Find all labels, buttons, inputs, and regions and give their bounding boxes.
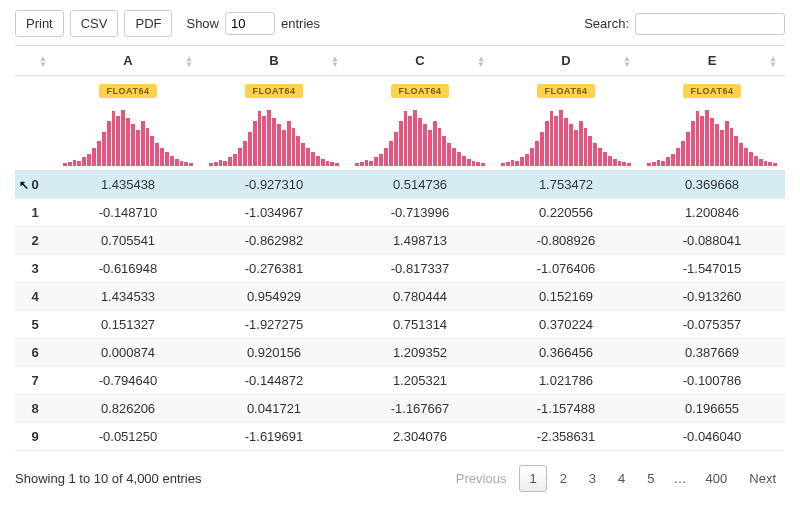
- cell: -0.148710: [55, 199, 201, 227]
- cell: -1.157488: [493, 395, 639, 423]
- dtype-row: FLOAT64 FLOAT64 FLOAT64 FLOAT64 FLOAT64: [15, 76, 785, 105]
- cell: 1.435438: [55, 171, 201, 199]
- table-row[interactable]: 0↖1.435438-0.9273100.5147361.7534720.369…: [15, 171, 785, 199]
- cell: 0.705541: [55, 227, 201, 255]
- column-header-A[interactable]: A ▲▼: [55, 46, 201, 76]
- row-index: 0↖: [15, 171, 55, 199]
- cell: 0.370224: [493, 311, 639, 339]
- cell: -1.927275: [201, 311, 347, 339]
- dtype-badge: FLOAT64: [391, 84, 450, 98]
- page-5[interactable]: 5: [638, 466, 663, 491]
- column-header-B[interactable]: B ▲▼: [201, 46, 347, 76]
- cell: 1.021786: [493, 367, 639, 395]
- dtype-badge: FLOAT64: [245, 84, 304, 98]
- cell: -1.034967: [201, 199, 347, 227]
- cell: 1.498713: [347, 227, 493, 255]
- table-row[interactable]: 20.705541-0.8629821.498713-0.808926-0.08…: [15, 227, 785, 255]
- column-label: C: [415, 53, 424, 68]
- histogram-E: [647, 110, 777, 166]
- table-row[interactable]: 60.0008740.9201561.2093520.3664560.38766…: [15, 339, 785, 367]
- sort-icon: ▲▼: [331, 55, 339, 66]
- print-button[interactable]: Print: [15, 10, 64, 37]
- search-input[interactable]: [635, 13, 785, 35]
- row-index: 4: [15, 283, 55, 311]
- cell: 0.152169: [493, 283, 639, 311]
- histogram-row: [15, 104, 785, 171]
- cell: -0.794640: [55, 367, 201, 395]
- page-length-input[interactable]: [225, 12, 275, 35]
- row-index: 1: [15, 199, 55, 227]
- page-2[interactable]: 2: [551, 466, 576, 491]
- table-info: Showing 1 to 10 of 4,000 entries: [15, 471, 201, 486]
- table-row[interactable]: 7-0.794640-0.1448721.2053211.021786-0.10…: [15, 367, 785, 395]
- row-index: 2: [15, 227, 55, 255]
- table-row[interactable]: 80.8262060.041721-1.167667-1.1574880.196…: [15, 395, 785, 423]
- cell: -0.276381: [201, 255, 347, 283]
- table-row[interactable]: 3-0.616948-0.276381-0.817337-1.076406-1.…: [15, 255, 785, 283]
- cell: 0.000874: [55, 339, 201, 367]
- cell: -0.713996: [347, 199, 493, 227]
- table-body: 0↖1.435438-0.9273100.5147361.7534720.369…: [15, 171, 785, 451]
- page-4[interactable]: 4: [609, 466, 634, 491]
- table-row[interactable]: 50.151327-1.9272750.7513140.370224-0.075…: [15, 311, 785, 339]
- page-3[interactable]: 3: [580, 466, 605, 491]
- histogram-B: [209, 110, 339, 166]
- sort-icon: ▲▼: [39, 55, 47, 66]
- cell: 0.514736: [347, 171, 493, 199]
- cell: 2.304076: [347, 423, 493, 451]
- table-row[interactable]: 1-0.148710-1.034967-0.7139960.2205561.20…: [15, 199, 785, 227]
- cell: -0.144872: [201, 367, 347, 395]
- cell: -0.616948: [55, 255, 201, 283]
- sort-icon: ▲▼: [623, 55, 631, 66]
- cell: -2.358631: [493, 423, 639, 451]
- pagination: Previous 1 2 3 4 5 … 400 Next: [447, 465, 785, 492]
- cell: -1.619691: [201, 423, 347, 451]
- csv-button[interactable]: CSV: [70, 10, 119, 37]
- cell: -0.927310: [201, 171, 347, 199]
- page-previous[interactable]: Previous: [447, 466, 516, 491]
- row-index: 8: [15, 395, 55, 423]
- cell: 0.826206: [55, 395, 201, 423]
- row-index: 9: [15, 423, 55, 451]
- dtype-badge: FLOAT64: [683, 84, 742, 98]
- cell: -0.100786: [639, 367, 785, 395]
- entries-label: entries: [281, 16, 320, 31]
- cell: -1.547015: [639, 255, 785, 283]
- page-ellipsis: …: [668, 466, 693, 491]
- show-label: Show: [186, 16, 219, 31]
- table-header-row: ▲▼ A ▲▼ B ▲▼ C ▲▼ D ▲▼ E ▲▼: [15, 46, 785, 76]
- cell: 0.954929: [201, 283, 347, 311]
- column-label: D: [561, 53, 570, 68]
- pdf-button[interactable]: PDF: [124, 10, 172, 37]
- page-1[interactable]: 1: [519, 465, 546, 492]
- histogram-C: [355, 110, 485, 166]
- cell: 1.434533: [55, 283, 201, 311]
- row-index: 6: [15, 339, 55, 367]
- table-row[interactable]: 41.4345330.9549290.7804440.152169-0.9132…: [15, 283, 785, 311]
- column-header-C[interactable]: C ▲▼: [347, 46, 493, 76]
- cell: -1.167667: [347, 395, 493, 423]
- cell: 0.220556: [493, 199, 639, 227]
- cell: 1.209352: [347, 339, 493, 367]
- row-index: 7: [15, 367, 55, 395]
- cell: 1.200846: [639, 199, 785, 227]
- cell: -0.088041: [639, 227, 785, 255]
- cell: 0.920156: [201, 339, 347, 367]
- column-header-index[interactable]: ▲▼: [15, 46, 55, 76]
- cell: -0.046040: [639, 423, 785, 451]
- page-next[interactable]: Next: [740, 466, 785, 491]
- page-last[interactable]: 400: [697, 466, 737, 491]
- column-header-E[interactable]: E ▲▼: [639, 46, 785, 76]
- column-label: A: [123, 53, 132, 68]
- cell: 0.369668: [639, 171, 785, 199]
- table-footer: Showing 1 to 10 of 4,000 entries Previou…: [15, 465, 785, 492]
- sort-icon: ▲▼: [769, 55, 777, 66]
- column-label: B: [269, 53, 278, 68]
- cell: -1.076406: [493, 255, 639, 283]
- column-header-D[interactable]: D ▲▼: [493, 46, 639, 76]
- cell: -0.075357: [639, 311, 785, 339]
- column-label: E: [708, 53, 717, 68]
- search-label: Search:: [584, 16, 629, 31]
- cell: -0.808926: [493, 227, 639, 255]
- table-row[interactable]: 9-0.051250-1.6196912.304076-2.358631-0.0…: [15, 423, 785, 451]
